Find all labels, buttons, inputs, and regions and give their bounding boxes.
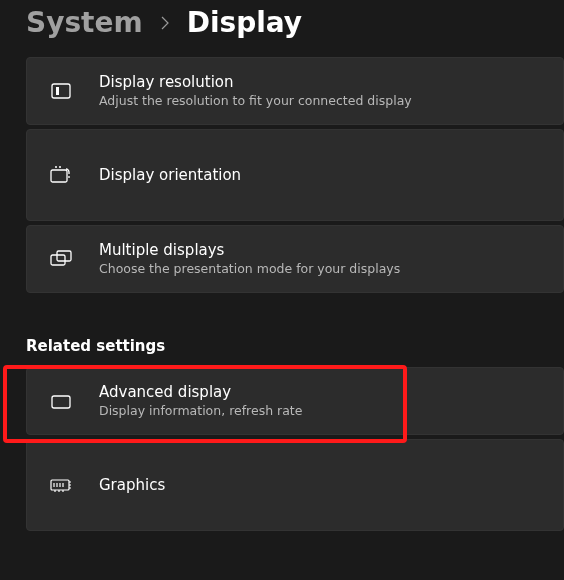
- advanced-display-icon: [49, 389, 73, 413]
- graphics-icon: [49, 473, 73, 497]
- svg-rect-3: [51, 255, 65, 265]
- svg-rect-1: [56, 87, 59, 95]
- svg-rect-2: [51, 170, 67, 182]
- setting-display-resolution[interactable]: Display resolution Adjust the resolution…: [26, 57, 564, 125]
- settings-list-main: Display resolution Adjust the resolution…: [0, 57, 564, 293]
- setting-graphics[interactable]: Graphics: [26, 439, 564, 531]
- settings-list-related: Advanced display Display information, re…: [0, 367, 564, 531]
- setting-subtitle: Display information, refresh rate: [99, 403, 302, 418]
- setting-subtitle: Choose the presentation mode for your di…: [99, 261, 400, 276]
- setting-title: Advanced display: [99, 383, 302, 401]
- setting-title: Display resolution: [99, 73, 412, 91]
- multiple-displays-icon: [49, 247, 73, 271]
- setting-title: Graphics: [99, 476, 165, 494]
- orientation-icon: [49, 163, 73, 187]
- setting-subtitle: Adjust the resolution to fit your connec…: [99, 93, 412, 108]
- breadcrumb: System Display: [0, 8, 564, 39]
- setting-title: Multiple displays: [99, 241, 400, 259]
- setting-display-orientation[interactable]: Display orientation: [26, 129, 564, 221]
- setting-title: Display orientation: [99, 166, 241, 184]
- setting-advanced-display[interactable]: Advanced display Display information, re…: [26, 367, 564, 435]
- svg-rect-5: [52, 396, 70, 408]
- resolution-icon: [49, 79, 73, 103]
- svg-rect-0: [52, 84, 70, 98]
- breadcrumb-current: Display: [187, 8, 302, 39]
- chevron-right-icon: [159, 14, 171, 32]
- setting-multiple-displays[interactable]: Multiple displays Choose the presentatio…: [26, 225, 564, 293]
- breadcrumb-parent[interactable]: System: [26, 8, 143, 39]
- related-settings-header: Related settings: [0, 337, 564, 355]
- svg-rect-4: [57, 251, 71, 261]
